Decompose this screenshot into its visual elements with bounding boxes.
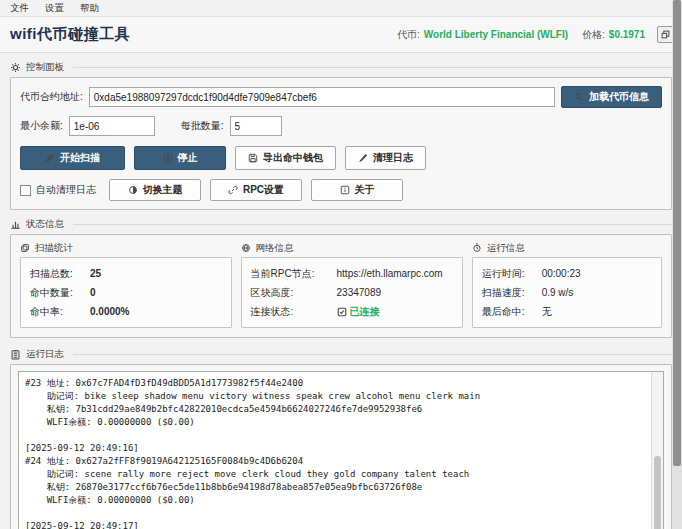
- link-icon: [228, 185, 238, 195]
- contract-address-input[interactable]: [89, 87, 555, 107]
- stop-button[interactable]: 停止: [134, 146, 226, 170]
- app-window: 文件 设置 帮助 wifi代币碰撞工具 代币: World Liberty Fi…: [0, 0, 682, 529]
- scan-stats-column: 扫描统计 扫描总数:25 命中数量:0 命中率:0.0000%: [20, 239, 232, 328]
- search-icon: [574, 92, 584, 102]
- save-icon: [248, 153, 258, 163]
- token-price-info: 代币: World Liberty Financial (WLFI) 价格: $…: [397, 26, 674, 43]
- page-scrollbar-thumb[interactable]: [673, 0, 681, 466]
- app-header: wifi代币碰撞工具 代币: World Liberty Financial (…: [0, 17, 682, 53]
- price-value: $0.1971: [609, 29, 645, 40]
- auto-clear-checkbox[interactable]: 自动清理日志: [20, 183, 96, 197]
- section-title: 控制面板: [26, 61, 64, 74]
- menu-bar: 文件 设置 帮助: [0, 0, 682, 17]
- clipboard-icon: [10, 349, 21, 360]
- card-title: 网络信息: [256, 242, 294, 255]
- window-restore-icon: [661, 30, 670, 39]
- card-title: 运行信息: [487, 242, 525, 255]
- page-title: wifi代币碰撞工具: [10, 25, 130, 44]
- status-section-header: 状态信息: [10, 217, 672, 231]
- runtime-card: 运行时间:00:00:23 扫描速度:0.9 w/s 最后命中:无: [472, 257, 662, 328]
- log-panel: #23 地址: 0x67c7FAD4fD3fD49dBDD5A1d1773982…: [10, 364, 672, 529]
- hit-count-value: 0: [90, 287, 96, 298]
- pencil-icon: [45, 153, 55, 163]
- control-panel-header: 控制面板: [10, 60, 672, 74]
- toggle-theme-button[interactable]: 切换主题: [109, 179, 201, 201]
- page-scrollbar[interactable]: [672, 0, 682, 529]
- theme-contrast-icon: [128, 185, 138, 195]
- log-scrollbar[interactable]: [651, 372, 663, 529]
- menu-help[interactable]: 帮助: [72, 0, 107, 17]
- rpc-node-value: https://eth.llamarpc.com: [337, 268, 443, 279]
- control-panel: 代币合约地址: 加载代币信息 最小余额: 每批数量:: [10, 77, 672, 210]
- info-icon: [340, 185, 350, 195]
- log-section-header: 运行日志: [10, 347, 672, 361]
- chart-icon: [10, 219, 21, 230]
- globe-icon: [241, 243, 251, 253]
- min-balance-input[interactable]: [69, 116, 155, 136]
- hit-rate-value: 0.0000%: [90, 306, 129, 317]
- last-hit-value: 无: [542, 305, 552, 319]
- check-square-icon: [337, 307, 347, 317]
- copy-icon: [20, 243, 30, 253]
- clear-log-button[interactable]: 清理日志: [345, 146, 426, 170]
- network-column: 网络信息 当前RPC节点:https://eth.llamarpc.com 区块…: [241, 239, 463, 328]
- clock-icon: [472, 243, 482, 253]
- start-scan-button[interactable]: 开始扫描: [20, 146, 125, 170]
- connection-status: 已连接: [337, 305, 380, 319]
- block-height-value: 23347089: [337, 287, 382, 298]
- stop-icon: [163, 153, 173, 163]
- export-wallets-button[interactable]: 导出命中钱包: [235, 146, 336, 170]
- network-card: 当前RPC节点:https://eth.llamarpc.com 区块高度:23…: [241, 257, 463, 328]
- gear-icon: [10, 62, 21, 73]
- log-text: #23 地址: 0x67c7FAD4fD3fD49dBDD5A1d1773982…: [19, 372, 651, 529]
- checkbox-icon: [20, 185, 31, 196]
- scan-speed-value: 0.9 w/s: [542, 287, 574, 298]
- about-button[interactable]: 关于: [311, 179, 403, 201]
- scan-stats-card: 扫描总数:25 命中数量:0 命中率:0.0000%: [20, 257, 232, 328]
- section-title: 状态信息: [26, 218, 64, 231]
- scan-total-value: 25: [90, 268, 101, 279]
- load-token-button[interactable]: 加载代币信息: [561, 86, 662, 108]
- runtime-value: 00:00:23: [542, 268, 581, 279]
- section-title: 运行日志: [26, 348, 64, 361]
- runtime-column: 运行信息 运行时间:00:00:23 扫描速度:0.9 w/s 最后命中:无: [472, 239, 662, 328]
- log-scrollbar-thumb[interactable]: [654, 456, 661, 529]
- log-output[interactable]: #23 地址: 0x67c7FAD4fD3fD49dBDD5A1d1773982…: [18, 371, 664, 529]
- token-value: World Liberty Financial (WLFI): [424, 29, 568, 40]
- rpc-settings-button[interactable]: RPC设置: [210, 179, 302, 201]
- pen-icon: [358, 153, 368, 163]
- card-title: 扫描统计: [35, 242, 73, 255]
- batch-size-input[interactable]: [230, 116, 282, 136]
- batch-size-label: 每批数量:: [181, 119, 224, 133]
- min-balance-label: 最小余额:: [20, 119, 63, 133]
- price-label: 价格:: [582, 28, 605, 42]
- menu-file[interactable]: 文件: [2, 0, 37, 17]
- contract-address-label: 代币合约地址:: [20, 90, 83, 104]
- menu-settings[interactable]: 设置: [37, 0, 72, 17]
- token-label: 代币:: [397, 28, 420, 42]
- status-panel: 扫描统计 扫描总数:25 命中数量:0 命中率:0.0000% 网络信息: [10, 234, 672, 338]
